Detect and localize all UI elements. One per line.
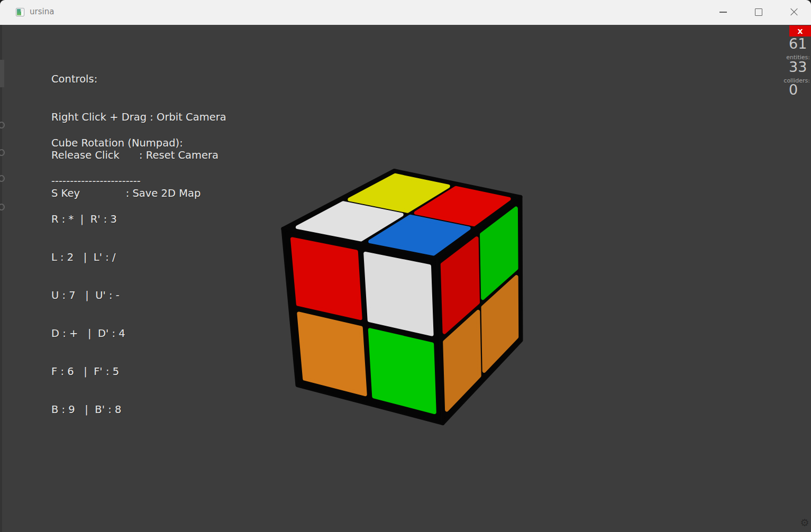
ursina-window: ursina Controls: Right Click + Drag : Or… (0, 0, 811, 532)
exit-button[interactable]: X (789, 25, 811, 36)
rotation-line: F : 6 | F' : 5 (51, 365, 183, 378)
colliders-count: 0 (789, 82, 798, 97)
rotation-divider: ------------------------ (51, 175, 183, 188)
close-button[interactable] (781, 0, 806, 23)
rotation-help-text: Cube Rotation (Numpad): ----------------… (51, 112, 183, 442)
controls-title: Controls: (51, 73, 226, 86)
app-window-icon (16, 8, 24, 16)
rotation-line: D : + | D' : 4 (51, 327, 183, 340)
rotation-line: B : 9 | B' : 8 (51, 403, 183, 416)
maximize-button[interactable] (746, 0, 771, 23)
gear-icon[interactable]: ⚙ (799, 517, 810, 528)
rotation-line: U : 7 | U' : - (51, 289, 183, 302)
window-title: ursina (30, 7, 54, 16)
fps-counter: 61 (789, 36, 807, 51)
maximize-icon (755, 8, 762, 16)
app-icon-notch (21, 9, 23, 12)
face-shading-front-left (283, 229, 443, 424)
minimize-icon (719, 12, 727, 13)
title-bar[interactable]: ursina (0, 0, 811, 25)
viewport[interactable]: Controls: Right Click + Drag : Orbit Cam… (0, 25, 811, 532)
entities-count: 33 (789, 60, 807, 75)
minimize-button[interactable] (710, 0, 735, 23)
rotation-line: L : 2 | L' : / (51, 251, 183, 264)
rotation-line: R : * | R' : 3 (51, 213, 183, 226)
rotation-title: Cube Rotation (Numpad): (51, 137, 183, 150)
